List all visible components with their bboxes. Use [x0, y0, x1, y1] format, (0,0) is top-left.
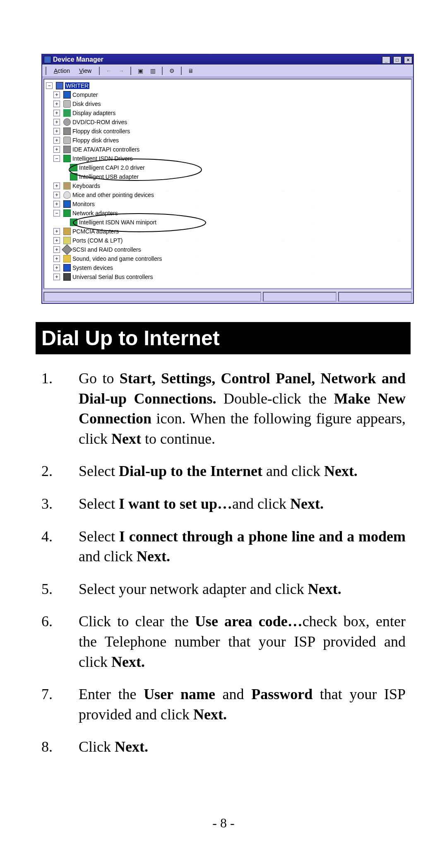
step-4: Select I connect through a phone line an… — [41, 527, 406, 567]
ide-icon — [63, 146, 71, 153]
tree-node[interactable]: Intelligent CAPI 2.0 driver — [79, 164, 145, 171]
tree-node[interactable]: Computer — [72, 91, 98, 98]
app-icon — [44, 56, 51, 63]
tree-node[interactable]: Floppy disk drives — [72, 137, 119, 144]
page: Device Manager _ □ × AActionction View ←… — [0, 0, 447, 868]
tree-node[interactable]: Disk drives — [72, 101, 101, 107]
scsi-icon — [62, 244, 72, 255]
toolbar-icon[interactable]: ▣ — [135, 66, 145, 76]
keyboard-icon — [63, 182, 71, 190]
minimize-button[interactable]: _ — [382, 56, 390, 64]
tree-node[interactable]: Ports (COM & LPT) — [72, 237, 123, 244]
steps-list: Go to Start, Settings, Control Panel, Ne… — [41, 368, 406, 757]
tree-node[interactable]: Universal Serial Bus controllers — [72, 274, 153, 280]
network-icon — [70, 219, 77, 226]
dvd-icon — [63, 118, 71, 126]
toolbar: AActionction View ← → ▣ ▥ ⚙ 🖥 — [42, 65, 413, 77]
disk-icon — [63, 100, 71, 108]
isdn-icon — [63, 155, 71, 162]
section-heading: Dial Up to Internet — [36, 322, 411, 354]
system-icon — [63, 264, 71, 272]
tree-node[interactable]: SCSI and RAID controllers — [72, 246, 141, 253]
tree-node[interactable]: Intelligent ISDN WAN miniport — [79, 219, 156, 226]
menu-view[interactable]: View — [76, 67, 95, 75]
tree-node[interactable]: Sound, video and game controllers — [72, 255, 162, 262]
usb-icon — [63, 273, 71, 281]
forward-button[interactable]: → — [116, 66, 126, 76]
close-button[interactable]: × — [404, 56, 412, 64]
page-number: - 8 - — [0, 815, 447, 831]
device-manager-window: Device Manager _ □ × AActionction View ←… — [41, 54, 414, 304]
tree-node[interactable]: PCMCIA adapters — [72, 228, 119, 235]
menu-action[interactable]: AActionction — [50, 67, 73, 75]
tree-node[interactable]: DVD/CD-ROM drives — [72, 119, 127, 125]
back-button[interactable]: ← — [104, 66, 114, 76]
tree-node[interactable]: Monitors — [72, 201, 95, 207]
tree-node[interactable]: Intelligent ISDN Drivers — [72, 155, 133, 162]
tree-root[interactable]: WRITER — [65, 82, 89, 89]
properties-button[interactable]: ⚙ — [167, 66, 177, 76]
computer-icon — [56, 82, 63, 89]
step-8: Click Next. — [41, 737, 406, 757]
mouse-icon — [63, 191, 71, 199]
tree-node[interactable]: Intelligent USB adapter — [79, 173, 139, 180]
tree-node[interactable]: System devices — [72, 264, 113, 271]
computer-icon — [63, 91, 71, 99]
status-bar — [42, 290, 413, 303]
device-tree[interactable]: −WRITER +Computer +Disk drives +Display … — [43, 79, 412, 289]
step-1: Go to Start, Settings, Control Panel, Ne… — [41, 368, 406, 449]
floppy-icon — [63, 137, 71, 144]
toolbar-icon[interactable]: ▥ — [148, 66, 158, 76]
tree-node[interactable]: Floppy disk controllers — [72, 128, 130, 135]
isdn-icon — [70, 164, 77, 171]
port-icon — [63, 237, 71, 244]
tree-node[interactable]: Mice and other pointing devices — [72, 192, 154, 198]
tree-node[interactable]: Keyboards — [72, 183, 100, 189]
tree-node[interactable]: IDE ATA/ATAPI controllers — [72, 146, 139, 153]
isdn-icon — [70, 173, 77, 180]
display-icon — [63, 109, 71, 117]
window-title: Device Manager — [53, 56, 103, 63]
step-7: Enter the User name and Password that yo… — [41, 684, 406, 724]
sound-icon — [63, 255, 71, 262]
refresh-button[interactable]: 🖥 — [186, 66, 196, 76]
network-icon — [63, 209, 71, 217]
pcmcia-icon — [63, 228, 71, 235]
maximize-button[interactable]: □ — [393, 56, 401, 64]
floppy-icon — [63, 127, 71, 135]
tree-node[interactable]: Display adapters — [72, 110, 115, 116]
step-5: Select your network adapter and click Ne… — [41, 579, 406, 599]
title-bar[interactable]: Device Manager _ □ × — [42, 55, 413, 65]
monitor-icon — [63, 200, 71, 208]
step-3: Select I want to set up…and click Next. — [41, 494, 406, 514]
tree-node[interactable]: Network adapters — [72, 210, 118, 216]
step-6: Click to clear the Use area code…check b… — [41, 611, 406, 672]
step-2: Select Dial-up to the Internet and click… — [41, 461, 406, 481]
